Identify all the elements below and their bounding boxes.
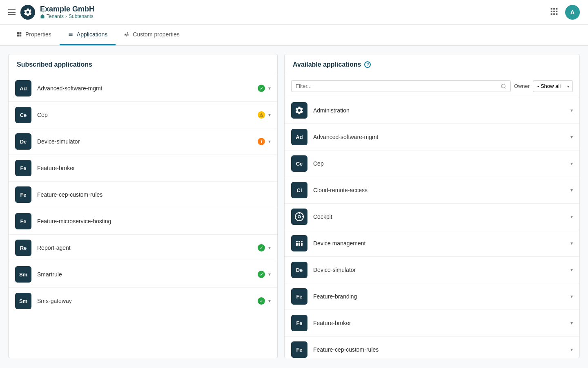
chevron-down-icon: ▾	[570, 320, 573, 326]
available-title: Available applications	[293, 61, 361, 68]
search-input[interactable]	[296, 83, 498, 89]
tab-custom-properties[interactable]: Custom properties	[116, 25, 187, 45]
svg-point-22	[298, 241, 300, 242]
status-badge-warning: ⚠	[258, 111, 265, 119]
list-item[interactable]: Ad Advanced-software-mgmt ▾	[285, 124, 579, 150]
svg-rect-11	[17, 35, 19, 37]
owner-label: Owner	[514, 83, 530, 89]
chevron-down-icon: ▾	[570, 294, 573, 299]
app-name: Advanced-software-mgmt	[313, 134, 567, 140]
list-item[interactable]: Fe Feature-cep-custom-rules ▾	[285, 337, 579, 358]
nav-tabs: Properties Applications Custom propertie…	[0, 25, 588, 46]
svg-point-16	[298, 215, 301, 218]
list-item[interactable]: De Device-simulator ▾	[285, 257, 579, 283]
app-name: Device-simulator	[313, 267, 567, 273]
header: Example GmbH Tenants › Subtenants A	[0, 0, 588, 25]
svg-rect-4	[553, 11, 555, 12]
subscribed-panel-header: Subscribed applications	[9, 54, 277, 75]
app-icon-fe2: Fe	[15, 186, 31, 203]
header-right: A	[550, 5, 580, 20]
available-panel: Available applications ? Owner - Show al…	[284, 54, 580, 358]
chevron-down-icon: ▾	[268, 85, 271, 91]
app-icon-ce2: Ce	[291, 155, 307, 172]
status-badge-green: ✓	[258, 85, 265, 92]
app-name: Feature-broker	[37, 165, 271, 171]
chevron-down-icon: ▾	[570, 134, 573, 140]
list-item[interactable]: Cockpit ▾	[285, 204, 579, 230]
search-icon	[501, 83, 506, 89]
subscribed-panel: Subscribed applications Ad Advanced-soft…	[8, 54, 278, 358]
status-badge-green2: ✓	[258, 244, 265, 251]
svg-rect-25	[298, 243, 300, 246]
list-item[interactable]: Fe Feature-broker ▾	[285, 310, 579, 337]
tab-properties[interactable]: Properties	[8, 25, 60, 45]
list-item[interactable]: Device management ▾	[285, 230, 579, 257]
app-name: Smartrule	[37, 271, 254, 278]
svg-rect-12	[20, 35, 22, 37]
app-name: Feature-broker	[313, 320, 567, 326]
chevron-down-icon: ▾	[567, 84, 569, 88]
available-panel-header: Available applications ?	[285, 54, 579, 75]
status-badge-green3: ✓	[258, 271, 265, 278]
app-icon-fe: Fe	[15, 160, 31, 176]
app-name: Feature-branding	[313, 293, 567, 300]
owner-select[interactable]: - Show all	[537, 83, 561, 89]
app-name: Cep	[313, 160, 567, 167]
title-group: Example GmbH Tenants › Subtenants	[40, 5, 94, 19]
chevron-down-icon: ▾	[268, 112, 271, 118]
chevron-down-icon: ▾	[570, 240, 573, 246]
app-name: Advanced-software-mgmt	[37, 85, 254, 92]
list-item[interactable]: Ad Advanced-software-mgmt ✓ ▾	[9, 75, 277, 102]
svg-rect-1	[553, 8, 555, 10]
app-name: Cockpit	[313, 213, 567, 220]
list-item[interactable]: Cl Cloud-remote-access ▾	[285, 177, 579, 204]
grid-icon[interactable]	[550, 7, 559, 17]
app-icon-re: Re	[15, 240, 31, 256]
app-name: Feature-cep-custom-rules	[37, 191, 271, 198]
avatar[interactable]: A	[565, 5, 580, 20]
owner-select-wrap[interactable]: - Show all ▾	[533, 80, 573, 92]
app-icon-fe-branding: Fe	[291, 288, 307, 305]
list-item[interactable]: Sm Smartrule ✓ ▾	[9, 261, 277, 288]
list-item[interactable]: Fe Feature-branding ▾	[285, 283, 579, 310]
chevron-down-icon: ▾	[570, 187, 573, 193]
list-item[interactable]: Fe Feature-cep-custom-rules	[9, 182, 277, 208]
app-name: Cep	[37, 112, 254, 118]
list-item[interactable]: Ce Cep ⚠ ▾	[9, 102, 277, 128]
svg-rect-0	[551, 8, 552, 10]
chevron-down-icon: ▾	[268, 245, 271, 251]
svg-rect-2	[556, 8, 558, 10]
header-left: Example GmbH Tenants › Subtenants	[8, 5, 94, 20]
list-item[interactable]: Re Report-agent ✓ ▾	[9, 235, 277, 261]
svg-rect-26	[301, 243, 303, 246]
subscribed-title: Subscribed applications	[17, 61, 92, 68]
list-item[interactable]: Ce Cep ▾	[285, 150, 579, 177]
svg-rect-10	[20, 32, 22, 34]
breadcrumb-subtenants[interactable]: Subtenants	[69, 13, 94, 19]
main-content: Subscribed applications Ad Advanced-soft…	[0, 46, 588, 366]
breadcrumb-tenants[interactable]: Tenants	[47, 13, 64, 19]
chevron-down-icon: ▾	[570, 161, 573, 166]
list-item[interactable]: Sm Sms-gateway ✓ ▾	[9, 288, 277, 314]
list-item[interactable]: Fe Feature-microservice-hosting	[9, 208, 277, 235]
svg-rect-6	[551, 13, 552, 15]
svg-rect-24	[296, 243, 298, 246]
svg-rect-5	[556, 11, 558, 12]
list-item[interactable]: Fe Feature-broker	[9, 155, 277, 182]
app-icon-fe-broker2: Fe	[291, 315, 307, 331]
svg-rect-8	[556, 13, 558, 15]
app-name: Device management	[313, 240, 567, 247]
app-name: Report-agent	[37, 245, 254, 251]
company-logo	[20, 5, 35, 20]
svg-rect-9	[17, 32, 19, 34]
filter-input-wrap	[291, 80, 511, 92]
status-badge-orange: ℹ	[258, 138, 265, 145]
chevron-down-icon: ▾	[570, 214, 573, 220]
app-icon-de2: De	[291, 262, 307, 278]
info-icon[interactable]: ?	[364, 61, 371, 68]
app-icon-cockpit	[291, 209, 307, 225]
tab-applications[interactable]: Applications	[60, 25, 116, 45]
list-item[interactable]: Administration ▾	[285, 97, 579, 124]
list-item[interactable]: De Device-simulator ℹ ▾	[9, 128, 277, 155]
menu-icon[interactable]	[8, 9, 16, 15]
